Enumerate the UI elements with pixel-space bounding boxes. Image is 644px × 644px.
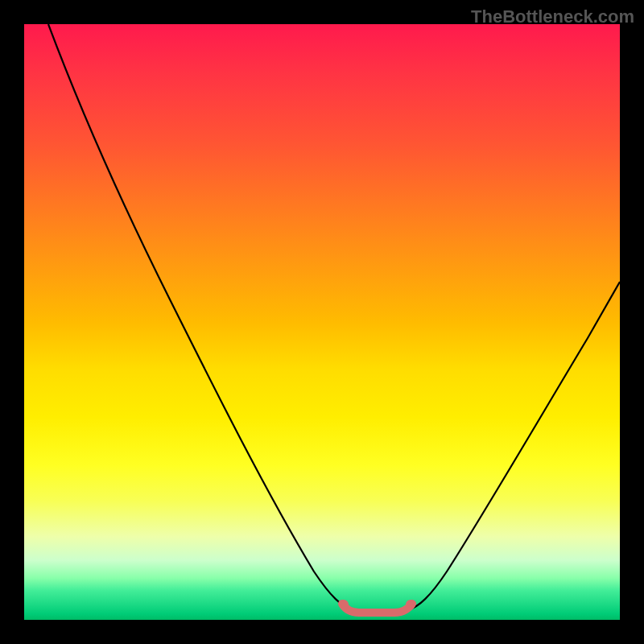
plot-area [24,24,620,620]
svg-point-1 [406,600,415,609]
valley-highlight-marker [339,600,415,613]
svg-point-0 [339,600,349,609]
bottleneck-curve-line [48,24,620,613]
curve-svg [24,24,620,620]
watermark-text: TheBottleneck.com [471,6,634,27]
